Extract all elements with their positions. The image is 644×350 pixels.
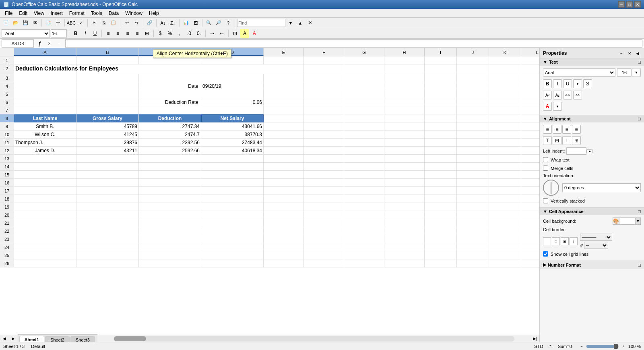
border-outer-button[interactable]: ▣: [561, 237, 569, 245]
cell-g9[interactable]: [344, 122, 384, 130]
equals-button[interactable]: =: [55, 39, 64, 48]
cell-j11[interactable]: [457, 139, 489, 147]
cell-f12[interactable]: [304, 147, 344, 155]
sheet-tab-1[interactable]: Sheet1: [19, 336, 44, 342]
align-left-button[interactable]: ≡: [104, 29, 113, 38]
cell-h3[interactable]: [384, 74, 425, 82]
cell-k10[interactable]: [489, 130, 521, 139]
cell-h7[interactable]: [384, 106, 425, 114]
show-gridlines-checkbox[interactable]: [543, 251, 548, 257]
cell-h4[interactable]: [384, 82, 425, 90]
cell-g7[interactable]: [344, 106, 384, 114]
cell-l3[interactable]: [521, 74, 539, 82]
cell-f7[interactable]: [304, 106, 344, 114]
cell-l12[interactable]: [521, 147, 539, 155]
title-controls[interactable]: ─ □ ✕: [618, 1, 641, 8]
cell-h10[interactable]: [384, 130, 425, 139]
cell-f5[interactable]: [304, 90, 344, 98]
close-button[interactable]: ✕: [634, 1, 641, 8]
col-header-h[interactable]: H: [384, 48, 425, 56]
cell-h5[interactable]: [384, 90, 425, 98]
cell-k2[interactable]: [489, 64, 521, 74]
row-num-6[interactable]: 6: [0, 98, 14, 106]
zoom-in-button[interactable]: 🔍: [204, 19, 213, 27]
vert-stacked-checkbox[interactable]: [543, 198, 548, 203]
cell-j2[interactable]: [457, 64, 489, 74]
cell-f4[interactable]: [304, 82, 344, 90]
cell-f2[interactable]: [304, 64, 344, 74]
cell-d6[interactable]: 0.06: [201, 98, 264, 106]
bg-color-dropdown[interactable]: ▼: [635, 217, 641, 225]
cell-a3[interactable]: [14, 74, 76, 82]
align-justify-panel-button[interactable]: ≡: [572, 125, 581, 134]
maximize-button[interactable]: □: [626, 1, 633, 8]
cell-e3[interactable]: [264, 74, 304, 82]
cell-i1[interactable]: [425, 56, 457, 64]
cell-c8[interactable]: Deduction: [139, 114, 201, 122]
cell-b3[interactable]: [76, 74, 139, 82]
cell-i12[interactable]: [425, 147, 457, 155]
border-style-select[interactable]: ─────: [580, 234, 612, 241]
currency-button[interactable]: $: [156, 29, 165, 38]
format-image-button[interactable]: 🖼: [191, 19, 200, 27]
cell-k3[interactable]: [489, 74, 521, 82]
cell-l4[interactable]: [521, 82, 539, 90]
find-input[interactable]: [237, 19, 285, 27]
panel-subscript-button[interactable]: A₂: [553, 91, 562, 99]
cell-l1[interactable]: [521, 56, 539, 64]
cell-d9[interactable]: 43041.66: [201, 122, 264, 130]
cell-a9[interactable]: Smith B.: [14, 122, 76, 130]
cell-g1[interactable]: [344, 56, 384, 64]
cell-f1[interactable]: [304, 56, 344, 64]
menu-window[interactable]: Window: [122, 10, 146, 17]
cell-k4[interactable]: [489, 82, 521, 90]
cell-e10[interactable]: [264, 130, 304, 139]
cell-k6[interactable]: [489, 98, 521, 106]
cell-g12[interactable]: [344, 147, 384, 155]
cell-h1[interactable]: [384, 56, 425, 64]
cell-e11[interactable]: [264, 139, 304, 147]
formula-input[interactable]: Net Salary: [65, 39, 642, 48]
email-button[interactable]: ✉: [31, 19, 39, 27]
sheet-tab-3[interactable]: Sheet3: [70, 336, 95, 342]
cell-i10[interactable]: [425, 130, 457, 139]
find-prev-button[interactable]: ▲: [296, 19, 305, 27]
insert-chart-button[interactable]: 📊: [182, 19, 190, 27]
zoom-slider[interactable]: [586, 345, 619, 348]
panel-font-color-button[interactable]: A: [543, 102, 552, 111]
find-next-button[interactable]: ▼: [286, 19, 295, 27]
cell-a12[interactable]: James D.: [14, 147, 76, 155]
decrease-indent-button[interactable]: ⇐: [217, 29, 226, 38]
cell-k5[interactable]: [489, 90, 521, 98]
cell-e5[interactable]: [264, 90, 304, 98]
merge-cells-checkbox[interactable]: [543, 166, 548, 171]
spellcheck-button[interactable]: ABC: [67, 19, 76, 27]
alignment-section-header[interactable]: ▼ Alignment □: [540, 115, 644, 122]
horizontal-scrollbar[interactable]: [114, 336, 514, 342]
scroll-thumb[interactable]: [114, 336, 146, 341]
align-vert-justify-button[interactable]: ⊞: [572, 136, 581, 145]
highlight-button[interactable]: A: [240, 29, 249, 38]
row-num-11[interactable]: 11: [0, 139, 14, 146]
cell-d2[interactable]: [201, 64, 264, 74]
orientation-dial[interactable]: [543, 180, 559, 196]
col-header-k[interactable]: K: [489, 48, 521, 56]
menu-format[interactable]: Format: [66, 10, 88, 17]
help-button[interactable]: ?: [224, 19, 233, 27]
cell-c3[interactable]: [139, 74, 201, 82]
cell-appearance-header[interactable]: ▼ Cell Appearance □: [540, 208, 644, 215]
cell-i5[interactable]: [425, 90, 457, 98]
align-right-panel-button[interactable]: ≡: [562, 125, 571, 134]
cell-k7[interactable]: [489, 106, 521, 114]
cell-f8[interactable]: [304, 114, 344, 122]
cell-g6[interactable]: [344, 98, 384, 106]
cell-a7[interactable]: [14, 106, 76, 114]
indent-input[interactable]: 0 pt: [566, 147, 586, 155]
cell-l5[interactable]: [521, 90, 539, 98]
cell-g3[interactable]: [344, 74, 384, 82]
row-num-12[interactable]: 12: [0, 147, 14, 154]
cell-c10[interactable]: 2474.7: [139, 130, 201, 139]
row-num-3[interactable]: 3: [0, 74, 14, 82]
col-header-j[interactable]: J: [457, 48, 489, 56]
cell-b8[interactable]: Gross Salary: [76, 114, 139, 122]
